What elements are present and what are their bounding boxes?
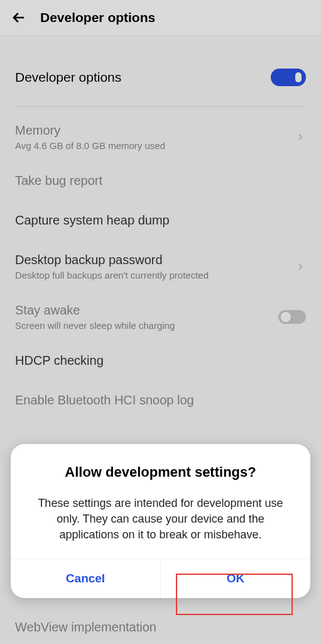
ok-button[interactable]: OK [161,559,310,598]
confirmation-dialog: Allow development settings? These settin… [11,444,310,598]
dialog-body: These settings are intended for developm… [23,496,298,543]
dialog-title: Allow development settings? [23,464,298,480]
dialog-button-row: Cancel OK [11,558,310,598]
cancel-button[interactable]: Cancel [11,559,160,598]
